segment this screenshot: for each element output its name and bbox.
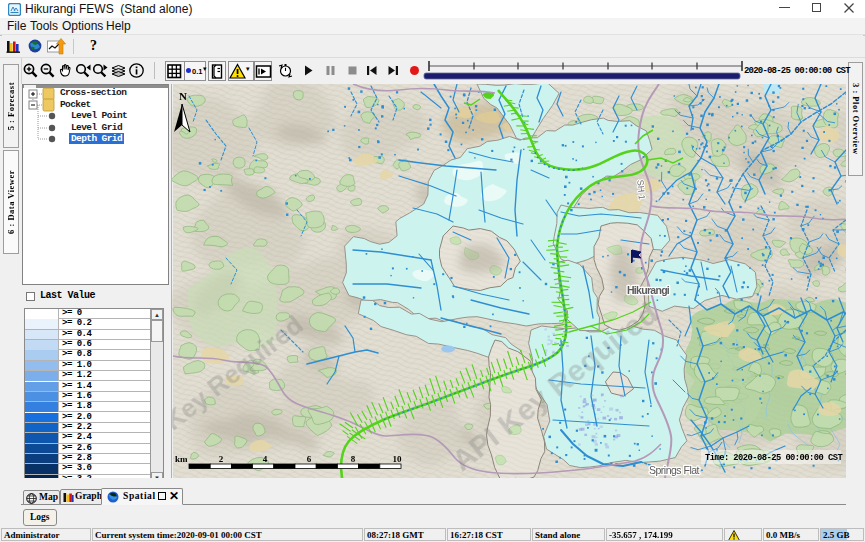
svg-text:N: N [179,90,187,102]
svg-text:4: 4 [263,454,268,464]
svg-text:6: 6 [307,454,312,464]
svg-text:Time: 2020-08-25 00:00:00 CST: Time: 2020-08-25 00:00:00 CST [705,453,843,463]
svg-text:Springs Flat: Springs Flat [649,464,700,476]
svg-text:km: km [175,454,188,464]
svg-text:Hikurangi: Hikurangi [627,284,670,296]
svg-text:8: 8 [351,454,356,464]
svg-text:SH 1: SH 1 [635,179,647,200]
svg-text:2: 2 [219,454,224,464]
svg-text:10: 10 [393,454,403,464]
